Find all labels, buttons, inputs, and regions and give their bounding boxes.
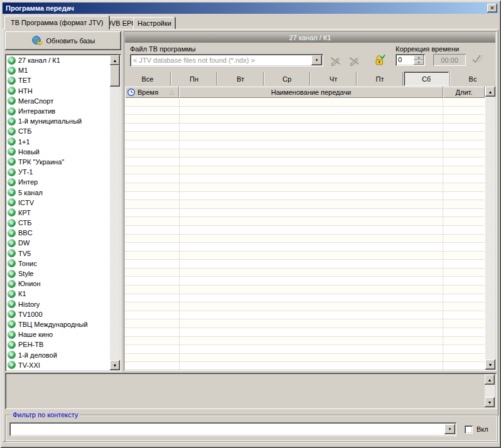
channel-name: Интер — [18, 178, 38, 186]
channel-list-item[interactable]: VРЕН-ТВ — [6, 339, 109, 349]
channel-list-item[interactable]: VDW — [6, 238, 109, 248]
arrow-down-icon: ▼ — [488, 363, 493, 367]
channel-v-icon: V — [8, 310, 16, 318]
channel-list-item[interactable]: VМ1 — [6, 65, 109, 75]
column-header-time[interactable]: Время △ — [125, 87, 179, 98]
scroll-up-button[interactable]: ▲ — [485, 87, 495, 97]
channel-v-icon: V — [8, 361, 16, 369]
correction-spinner[interactable]: ▲ ▼ — [414, 55, 424, 65]
day-tab-all[interactable]: Все — [125, 72, 170, 86]
scrollbar-track[interactable] — [485, 87, 495, 370]
channel-list-item[interactable]: V1-й муниципальный — [6, 116, 109, 126]
channel-name: УТ-1 — [18, 168, 33, 176]
scroll-down-button[interactable]: ▼ — [110, 360, 120, 370]
channel-list-item[interactable]: VМегаСпорт — [6, 96, 109, 106]
day-tab-сб[interactable]: Сб — [404, 72, 449, 86]
spin-down-button[interactable]: ▼ — [414, 60, 424, 65]
channel-list-item[interactable]: VTV1000 — [6, 309, 109, 319]
channel-list-item[interactable]: VК1 — [6, 289, 109, 299]
channel-list-item[interactable]: V27 канал / К1 — [6, 55, 109, 65]
channel-list-item[interactable]: VBBC — [6, 228, 109, 238]
channel-list-item[interactable]: VTV5 — [6, 248, 109, 259]
day-tab-пн[interactable]: Пн — [171, 72, 217, 86]
lock-button[interactable] — [372, 53, 386, 66]
tab-settings[interactable]: Настройки — [133, 17, 176, 29]
channel-name: М1 — [18, 67, 28, 74]
day-tab-вт[interactable]: Вт — [218, 72, 263, 86]
channel-list-item[interactable]: VTV-XXI — [6, 360, 109, 370]
channel-list-item[interactable]: VТЕТ — [6, 75, 109, 85]
channel-list-item[interactable]: VИнтерактив — [6, 106, 109, 116]
channel-v-icon: V — [8, 87, 16, 95]
description-scrollbar[interactable]: ▲ ▼ — [485, 375, 495, 407]
channel-list-item[interactable]: VТВЦ Международный — [6, 319, 109, 329]
scrollbar-thumb[interactable] — [110, 65, 120, 87]
channel-list-item[interactable]: VНаше кино — [6, 329, 109, 339]
tab-label: ТВ Программа (формат JTV) — [11, 19, 104, 26]
channel-name: DW — [18, 239, 30, 247]
channel-list-item[interactable]: V1-й деловой — [6, 349, 109, 360]
channel-name: ТРК "Украина" — [18, 158, 64, 166]
arrow-up-icon: ▲ — [488, 90, 493, 94]
day-tab-пт[interactable]: Пт — [357, 72, 402, 86]
channel-list-item[interactable]: VStyle — [6, 269, 109, 279]
apply-correction-button[interactable] — [471, 53, 485, 65]
channel-list-scrollbar[interactable]: ▲ ▼ — [110, 55, 120, 370]
channel-name: Тонис — [18, 260, 37, 267]
channel-list-item[interactable]: VТРК "Украина" — [6, 157, 109, 167]
grid-scrollbar[interactable]: ▲ ▼ — [485, 87, 495, 370]
file-combo-dropdown-button[interactable]: ▼ — [311, 55, 322, 65]
scroll-down-button[interactable]: ▼ — [485, 397, 495, 407]
tab-label: DVB EPG — [106, 19, 137, 27]
channel-name: НТН — [18, 87, 33, 95]
channel-listbox[interactable]: V27 канал / К1VМ1VТЕТVНТНVМегаСпортVИнте… — [5, 54, 121, 371]
channel-name: ТЕТ — [18, 77, 31, 84]
day-tab-вс[interactable]: Вс — [450, 72, 495, 86]
scrollbar-track[interactable] — [110, 55, 120, 370]
unbind-program-button[interactable] — [328, 55, 342, 67]
channel-list-item[interactable]: VHistory — [6, 299, 109, 309]
channel-list-item[interactable]: VНовый — [6, 147, 109, 157]
scroll-down-button[interactable]: ▼ — [485, 360, 495, 370]
scroll-up-button[interactable]: ▲ — [110, 55, 120, 65]
channel-list-item[interactable]: VНТН — [6, 86, 109, 96]
filter-combo[interactable]: ▼ — [9, 422, 456, 436]
channel-list-item[interactable]: VЮнион — [6, 279, 109, 289]
channel-list-item[interactable]: VУТ-1 — [6, 167, 109, 177]
close-button[interactable]: ✕ — [487, 4, 497, 13]
channel-list-item[interactable]: VICTV — [6, 198, 109, 208]
update-button-label: Обновить базы — [46, 37, 95, 45]
close-icon: ✕ — [490, 5, 495, 11]
column-header-name[interactable]: Наименование передачи — [179, 87, 443, 98]
day-tab-ср[interactable]: Ср — [264, 72, 310, 86]
title-bar[interactable]: Программа передач ✕ — [3, 3, 498, 14]
channel-list-item[interactable]: V1+1 — [6, 137, 109, 147]
channel-list-item[interactable]: VИнтер — [6, 177, 109, 187]
clear-program-button[interactable] — [347, 55, 361, 67]
channel-list-item[interactable]: VТонис — [6, 259, 109, 269]
channel-name: TV1000 — [18, 311, 43, 318]
filter-enable-checkbox[interactable] — [465, 425, 473, 434]
channel-list-item[interactable]: V5 канал — [6, 187, 109, 197]
filter-combo-dropdown-button[interactable]: ▼ — [444, 424, 455, 434]
channel-name: 27 канал / К1 — [18, 56, 60, 64]
channel-name: 1-й деловой — [18, 351, 57, 359]
spin-up-button[interactable]: ▲ — [414, 55, 424, 60]
channel-v-icon: V — [8, 341, 16, 349]
tab-tv-program-jtv[interactable]: ТВ Программа (формат JTV) — [4, 16, 110, 29]
update-databases-button[interactable]: Обновить базы — [5, 31, 121, 50]
filter-groupbox: Фильтр по контексту ▼ Вкл — [5, 415, 498, 442]
channel-name: 1-й муниципальный — [18, 117, 82, 125]
correction-spin-edit[interactable]: 0 ▲ ▼ — [396, 54, 425, 66]
channel-list-item[interactable]: VСТБ — [6, 126, 109, 136]
double-check-icon — [470, 54, 485, 64]
column-header-duration[interactable]: Длит. — [443, 87, 485, 98]
tv-program-file-combo[interactable]: < JTV database files not found (*.ndx) >… — [130, 54, 323, 67]
channel-name: Юнион — [18, 280, 41, 287]
channel-name: Новый — [18, 148, 40, 156]
scroll-up-button[interactable]: ▲ — [485, 375, 495, 385]
channel-list-item[interactable]: VСТБ — [6, 218, 109, 228]
channel-v-icon: V — [8, 178, 16, 186]
day-tab-чт[interactable]: Чт — [311, 72, 356, 86]
channel-list-item[interactable]: VКРТ — [6, 208, 109, 218]
